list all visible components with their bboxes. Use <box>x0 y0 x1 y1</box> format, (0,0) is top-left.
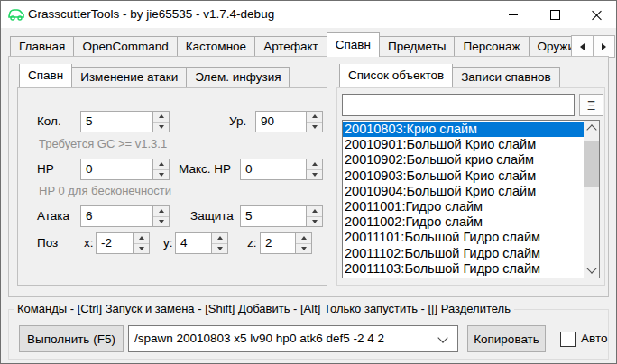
list-scrollbar[interactable] <box>584 121 599 278</box>
list-item[interactable]: 20011102:Большой Гидро слайм <box>343 246 584 261</box>
pos-x-value: -2 <box>97 233 133 253</box>
auto-checkbox[interactable] <box>560 332 576 347</box>
spin-down-icon[interactable] <box>153 123 169 132</box>
pos-y-spinner[interactable]: 4 <box>175 232 228 254</box>
search-menu-button[interactable]: Ξ <box>579 94 603 116</box>
pos-z-value: 2 <box>261 233 295 253</box>
title-bar[interactable]: GrasscutterTools - by jie65535 - v1.7.4-… <box>1 1 616 28</box>
defense-spinner[interactable]: 5 <box>240 205 323 227</box>
app-car-icon <box>8 8 24 21</box>
attack-label: Атака <box>37 209 69 223</box>
spin-up-icon[interactable] <box>307 159 322 170</box>
tab-zapisi-spavnov[interactable]: Записи спавнов <box>452 67 559 87</box>
close-icon <box>592 10 602 20</box>
arrow-right-icon <box>602 43 610 50</box>
list-item[interactable]: 20010904:Большой Крио слайм <box>343 184 584 199</box>
tab-spisok-obektov[interactable]: Список объектов <box>339 64 453 87</box>
hp-spinner[interactable]: 0 <box>80 159 170 180</box>
spin-down-icon[interactable] <box>212 244 227 254</box>
main-tab-opencommand[interactable]: OpenCommand <box>73 36 177 57</box>
level-value: 90 <box>256 112 306 132</box>
spin-up-icon[interactable] <box>153 159 169 170</box>
entity-listbox[interactable]: 20010803:Крио слайм 20010901:Большой Кри… <box>342 120 600 278</box>
scroll-down-button[interactable] <box>584 262 599 278</box>
run-button[interactable]: Выполнить (F5) <box>19 325 124 352</box>
command-text: /spawn 20010803 x5 lv90 hp0 atk6 def5 -2… <box>134 332 384 345</box>
maximize-button[interactable] <box>534 1 576 28</box>
spawn-sub-tab-strip: Спавн Изменение атаки Элем. инфузия <box>19 64 330 87</box>
auto-checkbox-label: Авто <box>581 332 607 345</box>
run-button-label: Выполнить (F5) <box>27 332 115 346</box>
spin-up-icon[interactable] <box>153 206 169 217</box>
spin-up-icon[interactable] <box>134 233 149 244</box>
chevron-up-icon <box>586 124 596 134</box>
right-tab-strip: Список объектов Записи спавнов <box>339 64 605 87</box>
spin-up-icon[interactable] <box>307 112 322 123</box>
list-item[interactable]: 20011002:Гидро слайм <box>343 214 584 230</box>
main-tab-artefakt[interactable]: Артефакт <box>254 36 327 57</box>
main-tab-oruzhie[interactable]: Оружие <box>529 36 571 57</box>
main-tab-kastomnoe[interactable]: Кастомное <box>177 36 255 57</box>
spin-up-icon[interactable] <box>153 112 169 123</box>
tab-scroll-right-button[interactable] <box>593 35 615 58</box>
sub-tab-spavn[interactable]: Спавн <box>19 64 72 87</box>
command-combobox[interactable]: /spawn 20010803 x5 lv90 hp0 atk6 def5 -2… <box>128 325 458 352</box>
spin-down-icon[interactable] <box>307 170 322 180</box>
main-tab-spavn[interactable]: Спавн <box>327 32 380 57</box>
spin-down-icon[interactable] <box>153 170 169 180</box>
main-tab-predmety[interactable]: Предметы <box>379 36 456 57</box>
minimize-icon <box>509 14 518 15</box>
spinner-buttons <box>133 233 149 253</box>
pos-x-spinner[interactable]: -2 <box>96 232 150 254</box>
sub-tab-izmenenie-ataki[interactable]: Изменение атаки <box>71 67 187 87</box>
tab-scroll-left-button[interactable] <box>571 35 594 58</box>
sub-tab-elem-infuziya[interactable]: Элем. инфузия <box>186 67 290 87</box>
scroll-up-button[interactable] <box>584 121 599 136</box>
list-item[interactable]: 20010902:Большой крио слайм <box>343 152 584 168</box>
list-item[interactable]: 20010901:Большой Крио слайм <box>343 137 584 152</box>
close-button[interactable] <box>576 1 617 28</box>
level-spinner[interactable]: 90 <box>255 111 323 132</box>
list-item[interactable]: 20011103:Большой Гидро слайм <box>343 261 584 277</box>
pos-z-spinner[interactable]: 2 <box>260 232 312 254</box>
scrollbar-thumb[interactable] <box>584 141 599 187</box>
defense-value: 5 <box>241 206 306 226</box>
spin-down-icon[interactable] <box>296 244 311 254</box>
max-hp-spinner[interactable]: 0 <box>240 159 323 180</box>
spinner-buttons <box>152 159 169 179</box>
arrow-left-icon <box>576 43 585 50</box>
spin-down-icon[interactable] <box>307 217 322 227</box>
chevron-down-icon <box>586 263 596 273</box>
spinner-buttons <box>306 112 322 132</box>
spin-down-icon[interactable] <box>134 244 149 254</box>
spinner-buttons <box>295 233 311 253</box>
list-item[interactable]: 20010803:Крио слайм <box>343 122 584 137</box>
minimize-button[interactable] <box>493 1 534 28</box>
main-tab-glavnaya[interactable]: Главная <box>10 36 74 57</box>
spinner-buttons <box>152 112 169 132</box>
list-item[interactable]: 20011001:Гидро слайм <box>343 199 584 214</box>
count-label: Кол. <box>37 114 61 128</box>
copy-button-label: Копировать <box>474 332 539 346</box>
spin-up-icon[interactable] <box>296 233 311 244</box>
search-input[interactable] <box>342 94 575 116</box>
spin-up-icon[interactable] <box>212 233 227 244</box>
max-hp-value: 0 <box>241 159 306 179</box>
spin-down-icon[interactable] <box>307 123 322 132</box>
pos-y-label: y: <box>163 236 173 250</box>
copy-button[interactable]: Копировать <box>467 325 546 352</box>
list-item[interactable]: 20010903:Большой Крио слайм <box>343 168 584 184</box>
spin-up-icon[interactable] <box>307 206 322 217</box>
count-spinner[interactable]: 5 <box>80 111 170 132</box>
maximize-icon <box>550 10 560 20</box>
spin-down-icon[interactable] <box>153 217 169 227</box>
hp-label: HP <box>37 162 54 176</box>
count-value: 5 <box>81 112 152 132</box>
main-tab-personazh[interactable]: Персонаж <box>454 36 529 57</box>
pos-y-value: 4 <box>176 233 211 253</box>
attack-spinner[interactable]: 6 <box>80 205 170 227</box>
max-hp-label: Макс. HP <box>179 162 231 176</box>
main-tab-strip: Главная OpenCommand Кастомное Артефакт С… <box>10 32 571 57</box>
spinner-buttons <box>306 206 322 226</box>
list-item[interactable]: 20011101:Большой Гидро слайм <box>343 230 584 245</box>
